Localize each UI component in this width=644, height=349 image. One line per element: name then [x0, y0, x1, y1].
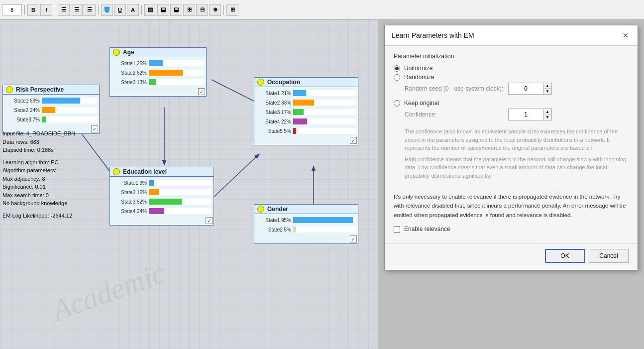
insert-col-right-button[interactable]: ⬓ [170, 4, 182, 16]
bar-container [293, 100, 356, 106]
font-color-button[interactable]: A [127, 4, 139, 16]
bar-container [149, 189, 212, 195]
node-education[interactable]: Education level State1 9% State2 16% Sta… [109, 167, 214, 226]
spin-arrows: ▲ ▼ [543, 83, 551, 94]
data-rows-text: Data rows: 663 [2, 138, 75, 146]
node-occupation[interactable]: Occupation State1 21% State2 33% State3 … [254, 77, 358, 145]
confidence-spinbox[interactable]: ▲ ▼ [508, 109, 552, 120]
spin-down-conf[interactable]: ▼ [543, 115, 551, 120]
radio-randomize-row[interactable]: Randomize [394, 74, 629, 81]
enable-relevance-checkbox[interactable] [394, 226, 400, 233]
node-education-header: Education level [110, 167, 214, 177]
state-label: State2 33% [256, 100, 291, 106]
state-label: State3 7% [5, 117, 40, 122]
bar-container [293, 227, 356, 233]
svg-line-0 [212, 80, 259, 104]
align-left-button[interactable]: ☰ [58, 4, 70, 16]
significance-text: Significance: 0.01 [2, 183, 75, 191]
ok-button[interactable]: OK [545, 249, 585, 263]
node-checkbox[interactable]: ✓ [198, 88, 205, 95]
separator-5 [223, 5, 224, 15]
cancel-button[interactable]: Cancel [589, 249, 629, 263]
enable-relevance-row[interactable]: Enable relevance [394, 226, 629, 233]
node-checkbox[interactable]: ✓ [91, 125, 98, 132]
separator-3 [98, 5, 99, 15]
bar-container [149, 199, 212, 205]
dialog-overlay: Learn Parameters with EM ✕ Parameter ini… [378, 20, 644, 349]
bar [293, 90, 306, 96]
dialog-title: Learn Parameters with EM [392, 31, 474, 39]
input-file-text: Input file: 4_ROADSIDE_BBN [2, 129, 75, 138]
node-title: Gender [267, 206, 288, 213]
grid-button[interactable]: ⊞ [226, 4, 238, 16]
bar [293, 100, 314, 106]
node-age[interactable]: Age State1 25% State2 62% State3 13% [109, 47, 207, 97]
radio-keep-original[interactable] [394, 100, 400, 107]
spin-arrows-conf: ▲ ▼ [543, 109, 551, 120]
bn-row: State4 22% [256, 117, 356, 126]
node-title: Education level [123, 168, 167, 175]
bar-container [42, 107, 97, 113]
align-right-button[interactable]: ☰ [84, 4, 96, 16]
svg-line-3 [212, 154, 259, 199]
node-risk-perspective[interactable]: Risk Perspective State1 69% State2 24% S… [2, 85, 100, 134]
confidence-row: Confidence: ▲ ▼ [405, 109, 629, 120]
state-label: State3 52% [112, 199, 147, 205]
edge-button[interactable]: ⊕ [209, 4, 221, 16]
bn-row: State2 16% [112, 188, 212, 197]
bar [293, 217, 353, 223]
fill-color-button[interactable]: 🪣 [101, 4, 113, 16]
bar [42, 98, 80, 104]
radio-uniformize-row[interactable]: Uniformize [394, 65, 629, 72]
random-seed-spinbox[interactable]: ▲ ▼ [508, 83, 552, 95]
radio-keep-original-row[interactable]: Keep original [394, 100, 629, 107]
spin-down[interactable]: ▼ [543, 89, 551, 94]
state-label: State2 5% [256, 227, 291, 233]
close-button[interactable]: ✕ [621, 30, 631, 40]
state-label: State2 24% [5, 108, 40, 113]
italic-button[interactable]: I [40, 4, 52, 16]
node-age-header: Age [110, 48, 206, 57]
bn-row: State1 9% [112, 178, 212, 187]
random-seed-input[interactable] [509, 83, 543, 94]
random-seed-label: Random seed (0 - use system clock): [405, 85, 504, 92]
bar [149, 79, 156, 85]
em-log-text: EM Log Likelihood: -2644.12 [2, 212, 75, 220]
bn-row: State5 5% [256, 126, 356, 135]
node-occupation-body: State1 21% State2 33% State3 17% State4 … [254, 87, 358, 145]
spin-up[interactable]: ▲ [543, 83, 551, 89]
node-button-1[interactable]: ⊞ [183, 4, 195, 16]
bold-button[interactable]: B [27, 4, 39, 16]
state-label: State4 22% [256, 119, 291, 124]
divider [394, 186, 629, 186]
elapsed-text: Elapsed time: 0.188s [2, 146, 75, 154]
bn-row: State1 25% [112, 59, 204, 68]
state-label: State1 9% [112, 180, 147, 186]
enable-relevance-label: Enable relevance [404, 226, 450, 233]
insert-col-left-button[interactable]: ⬓ [157, 4, 169, 16]
node-checkbox[interactable]: ✓ [206, 217, 213, 224]
node-checkbox[interactable]: ✓ [350, 235, 357, 242]
bar [42, 116, 46, 122]
bn-row: State1 95% [256, 216, 356, 225]
align-center-button[interactable]: ☰ [71, 4, 83, 16]
bar [293, 128, 296, 134]
underline-button[interactable]: U [114, 4, 126, 16]
border-style-button[interactable]: ▤ [144, 4, 156, 16]
algo-params-text: Algorithm parameters: [2, 166, 75, 175]
bar-container [42, 116, 97, 122]
bn-row: State2 62% [112, 68, 204, 77]
state-label: State3 17% [256, 110, 291, 115]
node-checkbox[interactable]: ✓ [350, 137, 357, 144]
bn-row: State4 24% [112, 207, 212, 216]
node-button-2[interactable]: ⊟ [196, 4, 208, 16]
confidence-input[interactable] [509, 109, 543, 120]
bar-container [149, 180, 212, 186]
bar-container [149, 60, 204, 66]
dialog-footer: OK Cancel [385, 243, 638, 270]
radio-uniformize[interactable] [394, 65, 400, 72]
radio-randomize[interactable] [394, 74, 400, 81]
font-size-input[interactable] [2, 4, 22, 15]
spin-up-conf[interactable]: ▲ [543, 109, 551, 115]
node-gender[interactable]: Gender State1 95% State2 5% ✓ [254, 204, 358, 244]
